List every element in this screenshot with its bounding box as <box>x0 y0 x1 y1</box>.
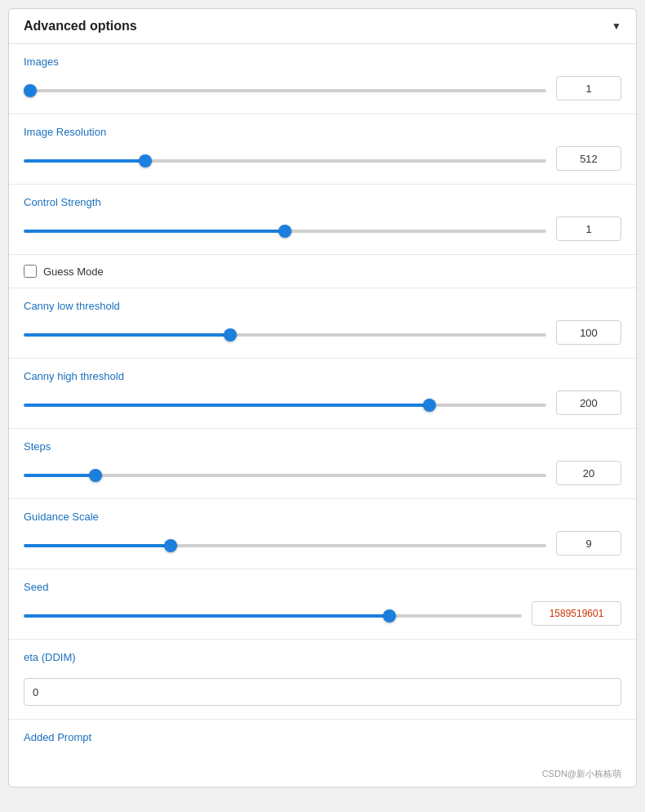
image-resolution-slider[interactable] <box>24 159 546 163</box>
guidance-scale-slider[interactable] <box>24 544 546 547</box>
advanced-options-panel: Advanced options ▼ Images 1 Image Resolu… <box>8 8 637 787</box>
steps-value: 20 <box>556 461 621 485</box>
added-prompt-label: Added Prompt <box>24 731 621 743</box>
control-strength-slider-wrapper <box>24 221 546 236</box>
control-strength-label: Control Strength <box>24 196 621 208</box>
control-strength-slider[interactable] <box>24 230 546 233</box>
added-prompt-section: Added Prompt <box>9 720 636 765</box>
steps-slider-wrapper <box>24 466 546 480</box>
guidance-scale-value: 9 <box>556 531 621 555</box>
seed-label: Seed <box>24 581 621 593</box>
seed-value: 1589519601 <box>532 601 621 626</box>
watermark: CSDN@新小栋栋萌 <box>9 765 636 787</box>
control-strength-row: 1 <box>24 216 621 241</box>
guidance-scale-section: Guidance Scale 9 <box>9 499 636 569</box>
panel-header[interactable]: Advanced options ▼ <box>9 9 636 44</box>
canny-low-row: 100 <box>24 320 621 345</box>
eta-input[interactable] <box>24 678 621 706</box>
image-resolution-slider-wrapper <box>24 151 546 166</box>
images-slider[interactable] <box>24 89 546 92</box>
canny-high-label: Canny high threshold <box>24 370 621 382</box>
eta-label: eta (DDIM) <box>24 651 621 663</box>
images-row: 1 <box>24 76 621 100</box>
collapse-arrow-icon[interactable]: ▼ <box>612 20 621 32</box>
panel-title: Advanced options <box>24 19 137 33</box>
canny-high-value: 200 <box>556 390 621 415</box>
steps-row: 20 <box>24 461 621 485</box>
image-resolution-row: 512 <box>24 146 621 171</box>
control-strength-section: Control Strength 1 <box>9 185 636 255</box>
seed-slider-wrapper <box>24 606 522 621</box>
control-strength-value: 1 <box>556 216 621 241</box>
canny-high-section: Canny high threshold 200 <box>9 359 636 429</box>
image-resolution-value: 512 <box>556 146 621 171</box>
canny-high-slider[interactable] <box>24 404 546 407</box>
images-value: 1 <box>556 76 621 100</box>
guess-mode-row: Guess Mode <box>9 255 636 288</box>
image-resolution-label: Image Resolution <box>24 126 621 138</box>
canny-high-row: 200 <box>24 390 621 415</box>
images-label: Images <box>24 56 621 68</box>
guidance-scale-row: 9 <box>24 531 621 555</box>
image-resolution-section: Image Resolution 512 <box>9 114 636 185</box>
images-section: Images 1 <box>9 44 636 114</box>
guess-mode-checkbox[interactable] <box>24 265 37 278</box>
eta-section: eta (DDIM) <box>9 640 636 720</box>
seed-row: 1589519601 <box>24 601 621 626</box>
canny-low-section: Canny low threshold 100 <box>9 288 636 359</box>
seed-section: Seed 1589519601 <box>9 569 636 640</box>
canny-low-value: 100 <box>556 320 621 345</box>
canny-low-slider[interactable] <box>24 333 546 337</box>
canny-high-slider-wrapper <box>24 395 546 410</box>
steps-section: Steps 20 <box>9 429 636 499</box>
steps-label: Steps <box>24 440 621 453</box>
guidance-scale-slider-wrapper <box>24 536 546 551</box>
guidance-scale-label: Guidance Scale <box>24 511 621 523</box>
guess-mode-label[interactable]: Guess Mode <box>43 265 104 278</box>
seed-slider[interactable] <box>24 614 522 618</box>
canny-low-slider-wrapper <box>24 325 546 340</box>
canny-low-label: Canny low threshold <box>24 300 621 312</box>
images-slider-wrapper <box>24 81 546 96</box>
steps-slider[interactable] <box>24 474 546 477</box>
